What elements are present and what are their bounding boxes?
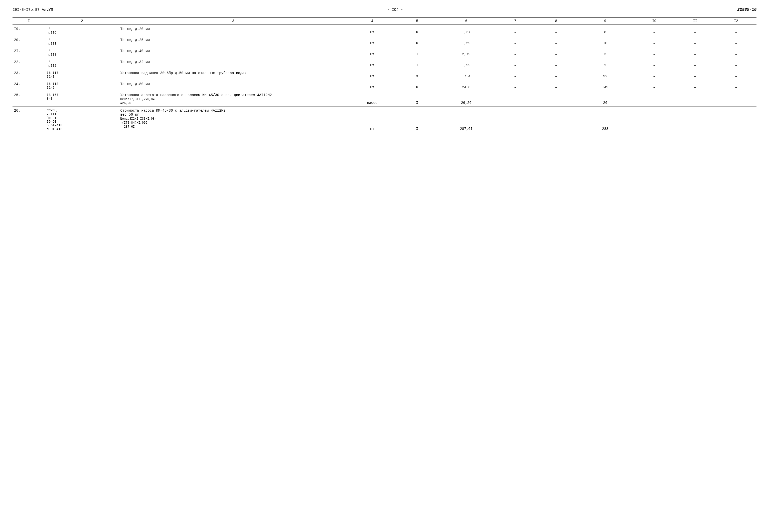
col-header-7: 7 — [495, 17, 536, 25]
row-desc: Установка агрегата насосного с насосом К… — [119, 91, 347, 107]
row-qty: 6 — [397, 36, 438, 47]
row-num: 22. — [13, 58, 45, 69]
col-header-10: IO — [634, 17, 675, 25]
row-desc: То же, д.32 мм — [119, 58, 347, 69]
row-ref: I6–II8 I2–2 — [45, 80, 119, 91]
row-price: 24,8 — [438, 80, 495, 91]
row-col11: – — [675, 107, 715, 133]
col-header-11: II — [675, 17, 715, 25]
row-col12: – — [716, 25, 756, 36]
row-ref: I8–I67 8–3 — [45, 91, 119, 107]
row-qty: I — [397, 107, 438, 133]
row-col8: – — [536, 25, 577, 36]
row-col9: I49 — [577, 80, 634, 91]
row-col12: – — [716, 69, 756, 80]
row-ref: -"– п.II3 — [45, 47, 119, 58]
row-qty: I — [397, 47, 438, 58]
row-col8: – — [536, 91, 577, 107]
price-formula: Цена:I7,3+II,2х0,8= =26,26 — [120, 98, 154, 105]
row-col11: – — [675, 91, 715, 107]
row-col12: – — [716, 58, 756, 69]
row-num: 25. — [13, 91, 45, 107]
row-col10: – — [634, 25, 675, 36]
row-col11: – — [675, 36, 715, 47]
row-unit: шт — [348, 25, 397, 36]
row-qty: 3 — [397, 69, 438, 80]
row-col9: 2 — [577, 58, 634, 69]
table-row: 25.I8–I67 8–3Установка агрегата насосног… — [13, 91, 756, 107]
row-col12: – — [716, 107, 756, 133]
row-price: I,99 — [438, 58, 495, 69]
row-col10: – — [634, 80, 675, 91]
row-col8: – — [536, 69, 577, 80]
row-col10: – — [634, 91, 675, 107]
page-header: 29I-8-I7o.87 Ал.УП - IO4 - 22985-10 — [13, 8, 756, 12]
row-col7: – — [495, 25, 536, 36]
col-header-12: I2 — [716, 17, 756, 25]
row-price: I7,4 — [438, 69, 495, 80]
row-col11: – — [675, 58, 715, 69]
header-right: 22985-10 — [737, 8, 756, 12]
row-desc: То же, д.80 мм — [119, 80, 347, 91]
row-unit: шт — [348, 80, 397, 91]
table-row: 20.-"– п.IIIТо же, д.25 ммшт6I,59––IO––– — [13, 36, 756, 47]
row-ref: I6–II7 I2–I — [45, 69, 119, 80]
row-col9: 288 — [577, 107, 634, 133]
table-row: 26.ССРСЦ ч.III Пр–нт I5–OI п.OI–4I8 п.OI… — [13, 107, 756, 133]
table-header-row: I 2 3 4 5 6 7 8 9 IO II I2 — [13, 17, 756, 25]
row-col10: – — [634, 58, 675, 69]
row-num: 24. — [13, 80, 45, 91]
row-desc: То же, д.20 мм — [119, 25, 347, 36]
table-row: 24.I6–II8 I2–2То же, д.80 ммшт624,8––I49… — [13, 80, 756, 91]
row-qty: I — [397, 58, 438, 69]
col-header-3: 3 — [119, 17, 347, 25]
row-col9: 3 — [577, 47, 634, 58]
row-col9: 52 — [577, 69, 634, 80]
table-row: 2I.-"– п.II3То же, д.40 ммштI2,79––3––– — [13, 47, 756, 58]
row-col11: – — [675, 25, 715, 36]
row-col7: – — [495, 47, 536, 58]
row-qty: 6 — [397, 80, 438, 91]
row-col12: – — [716, 36, 756, 47]
row-col10: – — [634, 107, 675, 133]
row-col9: 26 — [577, 91, 634, 107]
row-unit: шт — [348, 58, 397, 69]
row-desc: То же, д.25 мм — [119, 36, 347, 47]
col-header-1: I — [13, 17, 45, 25]
row-col7: – — [495, 107, 536, 133]
row-num: 26. — [13, 107, 45, 133]
row-col12: – — [716, 47, 756, 58]
row-unit: шт — [348, 47, 397, 58]
row-num: 20. — [13, 36, 45, 47]
table-row: 22.-"– п.II2То же, д.32 ммштII,99––2––– — [13, 58, 756, 69]
row-col12: – — [716, 80, 756, 91]
row-unit: шт — [348, 107, 397, 133]
table-row: 23.I6–II7 I2–IУстановка задвижек 30ч6бр … — [13, 69, 756, 80]
table-row: I9.-"– п.IIOТо же, д.20 ммшт6I,37––8––– — [13, 25, 756, 36]
row-price: 26,26 — [438, 91, 495, 107]
row-unit: шт — [348, 36, 397, 47]
row-col9: 8 — [577, 25, 634, 36]
row-col10: – — [634, 69, 675, 80]
col-header-6: 6 — [438, 17, 495, 25]
row-col8: – — [536, 36, 577, 47]
row-col8: – — [536, 58, 577, 69]
row-num: 23. — [13, 69, 45, 80]
row-qty: 6 — [397, 25, 438, 36]
row-ref: -"– п.III — [45, 36, 119, 47]
row-col7: – — [495, 80, 536, 91]
header-center: - IO4 - — [388, 8, 403, 12]
row-col7: – — [495, 91, 536, 107]
row-col10: – — [634, 36, 675, 47]
col-header-9: 9 — [577, 17, 634, 25]
row-col11: – — [675, 80, 715, 91]
row-unit: насос — [348, 91, 397, 107]
row-price: 287,6I — [438, 107, 495, 133]
col-header-8: 8 — [536, 17, 577, 25]
row-col9: IO — [577, 36, 634, 47]
row-col7: – — [495, 58, 536, 69]
row-col7: – — [495, 36, 536, 47]
row-ref: -"– п.II2 — [45, 58, 119, 69]
row-desc: То же, д.40 мм — [119, 47, 347, 58]
row-price: I,59 — [438, 36, 495, 47]
